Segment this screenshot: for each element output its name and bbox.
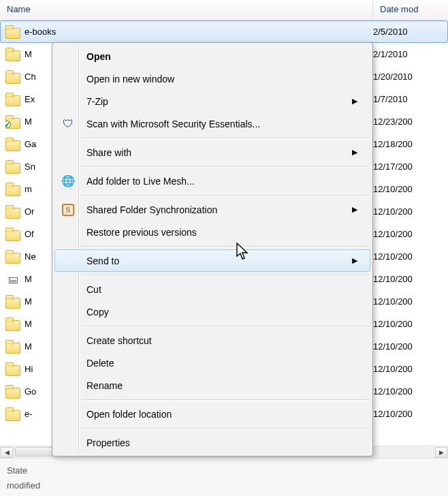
date-cell: 12/10/200 — [373, 409, 448, 419]
folder-icon — [5, 385, 20, 399]
submenu-arrow-icon: ▶ — [352, 97, 357, 106]
menu-item-open-in-new-window[interactable]: Open in new window — [54, 67, 370, 90]
menu-item-label: Create shortcut — [86, 335, 152, 346]
menu-separator — [82, 195, 369, 196]
menu-separator — [82, 326, 369, 326]
date-cell: 12/10/200 — [373, 184, 448, 194]
menu-item-open-folder-location[interactable]: Open folder location — [54, 403, 370, 425]
menu-item-properties[interactable]: Properties — [54, 431, 370, 454]
date-cell: 12/10/200 — [373, 229, 448, 239]
menu-item-label: Properties — [86, 437, 130, 448]
folder-icon — [5, 250, 20, 264]
menu-separator — [82, 275, 369, 275]
menu-item-label: Copy — [86, 307, 109, 317]
menu-item-share-with[interactable]: Share with▶ — [54, 141, 370, 164]
folder-icon — [5, 25, 20, 39]
menu-separator — [82, 399, 369, 400]
menu-item-label: Delete — [86, 358, 114, 369]
menu-item-label: Open folder location — [86, 409, 172, 420]
menu-item-delete[interactable]: Delete — [54, 352, 370, 374]
menu-item-label: Restore previous versions — [86, 227, 197, 238]
folder-icon — [5, 295, 20, 309]
file-name: M — [25, 117, 32, 127]
file-name: Or — [25, 206, 34, 217]
menu-item-7-zip[interactable]: 7-Zip▶ — [54, 90, 370, 112]
date-cell: 12/10/200 — [373, 364, 448, 374]
status-line-2: modified — [7, 478, 441, 493]
folder-icon — [5, 228, 20, 241]
menu-item-label: Rename — [86, 380, 123, 391]
menu-item-label: 7-Zip — [86, 96, 108, 107]
date-cell: 12/17/200 — [373, 161, 448, 172]
date-cell: 12/10/200 — [373, 296, 448, 307]
date-cell: 12/10/200 — [373, 274, 448, 284]
file-name: Ne — [25, 251, 36, 262]
folder-icon — [5, 183, 20, 196]
folder-security-icon: ✔ — [5, 115, 20, 129]
date-cell: 12/18/200 — [373, 139, 448, 149]
date-cell: 12/10/200 — [373, 251, 448, 262]
context-menu: OpenOpen in new window7-Zip▶🛡Scan with M… — [52, 42, 373, 456]
file-name: Of — [25, 229, 34, 239]
file-name: m — [25, 184, 32, 194]
menu-item-label: Send to — [86, 255, 119, 266]
file-name: M — [25, 274, 32, 284]
menu-item-create-shortcut[interactable]: Create shortcut — [54, 329, 370, 352]
folder-icon — [5, 160, 20, 174]
menu-item-open[interactable]: Open — [54, 45, 370, 67]
shield-icon: 🛡 — [61, 117, 76, 131]
file-name: Hi — [25, 364, 33, 374]
date-cell: 2/1/2010 — [373, 49, 448, 59]
menu-item-label: Shared Folder Synchronization — [86, 204, 217, 215]
file-name: M — [25, 296, 32, 307]
date-cell: 1/7/2010 — [373, 94, 448, 104]
submenu-arrow-icon: ▶ — [352, 205, 357, 214]
menu-item-label: Add folder to Live Mesh... — [86, 176, 195, 187]
menu-item-label: Open — [86, 51, 111, 62]
menu-separator — [82, 428, 369, 429]
menu-item-send-to[interactable]: Send to▶ — [54, 249, 370, 272]
menu-separator — [82, 138, 369, 138]
file-name: M — [25, 341, 32, 352]
file-row[interactable]: e-books2/5/2010 — [0, 20, 448, 43]
column-header: Name Date mod — [0, 0, 448, 20]
file-name: M — [25, 319, 32, 329]
file-name: Sn — [25, 161, 35, 172]
menu-separator — [82, 246, 369, 247]
submenu-arrow-icon: ▶ — [352, 148, 357, 157]
menu-item-cut[interactable]: Cut — [54, 278, 370, 300]
date-cell: 12/10/200 — [373, 206, 448, 217]
folder-icon — [5, 340, 20, 354]
folder-icon — [5, 138, 20, 151]
file-name: Ex — [25, 94, 35, 104]
folder-icon — [5, 362, 20, 376]
menu-item-label: Open in new window — [86, 74, 174, 84]
date-cell: 12/10/200 — [373, 341, 448, 352]
column-header-name[interactable]: Name — [0, 0, 373, 20]
file-name: e-books — [25, 27, 56, 37]
menu-item-shared-folder-synchronization[interactable]: SShared Folder Synchronization▶ — [54, 198, 370, 221]
menu-item-label: Cut — [86, 284, 101, 295]
globe-icon: 🌐 — [61, 174, 76, 189]
submenu-arrow-icon: ▶ — [352, 256, 357, 265]
menu-item-label: Share with — [86, 147, 131, 158]
scroll-left-button[interactable]: ◀ — [1, 447, 13, 458]
menu-item-restore-previous-versions[interactable]: Restore previous versions — [54, 221, 370, 243]
folder-icon — [5, 407, 20, 421]
folder-icon — [5, 317, 20, 331]
name-cell: e-books — [5, 25, 373, 39]
scroll-thumb[interactable] — [15, 447, 56, 456]
menu-item-copy[interactable]: Copy — [54, 300, 370, 323]
menu-item-add-folder-to-live-mesh[interactable]: 🌐Add folder to Live Mesh... — [54, 170, 370, 192]
date-cell: 2/5/2010 — [373, 27, 447, 37]
date-cell: 12/10/200 — [373, 386, 448, 397]
column-header-date[interactable]: Date mod — [373, 0, 448, 20]
menu-item-scan-with-microsoft-security-essentials[interactable]: 🛡Scan with Microsoft Security Essentials… — [54, 112, 370, 135]
menu-item-rename[interactable]: Rename — [54, 374, 370, 397]
scroll-right-button[interactable]: ▶ — [435, 447, 447, 458]
file-name: Ga — [25, 139, 36, 149]
menu-separator — [82, 166, 369, 167]
date-cell: 12/23/200 — [373, 117, 448, 127]
menu-item-label: Scan with Microsoft Security Essentials.… — [86, 119, 260, 129]
date-cell: 1/20/2010 — [373, 72, 448, 82]
